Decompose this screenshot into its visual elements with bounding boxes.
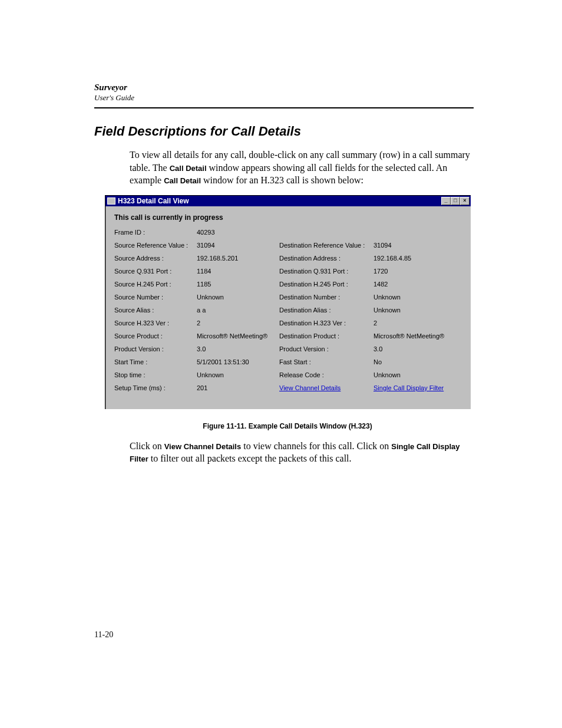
call-detail-window: H323 Detail Call View _ □ × This call is… <box>105 195 471 409</box>
field-label: Destination Address : <box>279 255 373 262</box>
field-label: Destination Q.931 Port : <box>279 268 373 275</box>
field-label: Source H.323 Ver : <box>114 319 197 327</box>
field-value: 192.168.5.201 <box>197 255 279 262</box>
guide-name: User's Guide <box>94 93 474 103</box>
field-value: 1184 <box>197 268 279 275</box>
field-label: Frame ID : <box>114 229 197 236</box>
outro-text-1: Click on <box>130 441 164 451</box>
field-label: Source Alias : <box>114 307 197 314</box>
page: Surveyor User's Guide Field Descriptions… <box>0 0 562 728</box>
field-label: Destination Product : <box>279 332 373 340</box>
field-value: 1720 <box>373 268 462 275</box>
outro-text-2: to view channels for this call. Click on <box>241 441 391 451</box>
field-label <box>279 229 373 236</box>
call-status: This call is currently in progress <box>114 213 462 222</box>
field-value: 3.0 <box>197 345 279 353</box>
product-name: Surveyor <box>94 83 474 93</box>
maximize-button[interactable]: □ <box>451 197 460 205</box>
view-channel-details-link[interactable]: View Channel Details <box>279 384 340 391</box>
window-body: This call is currently in progress Frame… <box>105 206 471 409</box>
field-value: No <box>373 358 462 365</box>
field-label: Destination H.323 Ver : <box>279 319 373 327</box>
field-value: Unknown <box>197 371 279 378</box>
detail-grid: Frame ID :40293Source Reference Value :3… <box>114 229 462 391</box>
field-value: Unknown <box>373 294 462 301</box>
field-label: Source Address : <box>114 255 197 262</box>
field-value: Microsoft® NetMeeting® <box>197 332 279 340</box>
field-value: 1482 <box>373 281 462 288</box>
field-label: Start Time : <box>114 358 197 365</box>
field-label: Source Number : <box>114 294 197 301</box>
field-label: Source Reference Value : <box>114 242 197 249</box>
field-value: Unknown <box>373 307 462 314</box>
minimize-button[interactable]: _ <box>441 197 451 205</box>
outro-paragraph: Click on View Channel Details to view ch… <box>130 440 474 465</box>
field-label: Product Version : <box>279 345 373 353</box>
outro-text-3: to filter out all packets except the pac… <box>148 453 352 463</box>
field-value: 2 <box>373 319 462 327</box>
minimize-icon: _ <box>444 198 447 203</box>
maximize-icon: □ <box>454 198 457 203</box>
field-value: Microsoft® NetMeeting® <box>373 332 462 340</box>
intro-bold-1: Call Detail <box>170 164 207 173</box>
field-value <box>373 229 462 236</box>
figure-caption: Figure 11-11. Example Call Details Windo… <box>105 422 470 430</box>
field-label: Destination Reference Value : <box>279 242 373 249</box>
field-value: 31094 <box>373 242 462 249</box>
field-label: Destination Alias : <box>279 307 373 314</box>
titlebar[interactable]: H323 Detail Call View _ □ × <box>105 196 471 206</box>
window-title: H323 Detail Call View <box>118 197 189 205</box>
field-value: 192.168.4.85 <box>373 255 462 262</box>
page-number: 11-20 <box>94 630 113 640</box>
field-value: 40293 <box>197 229 279 236</box>
field-label: Product Version : <box>114 345 197 353</box>
header-rule <box>94 107 474 108</box>
close-button[interactable]: × <box>460 197 470 205</box>
field-value: 1185 <box>197 281 279 288</box>
field-label: Source H.245 Port : <box>114 281 197 288</box>
field-label: Fast Start : <box>279 358 373 365</box>
field-label: Destination Number : <box>279 294 373 301</box>
field-label: Source Product : <box>114 332 197 340</box>
field-value: a a <box>197 307 279 314</box>
field-value: 5/1/2001 13:51:30 <box>197 358 279 365</box>
field-label: Destination H.245 Port : <box>279 281 373 288</box>
close-icon: × <box>463 198 466 203</box>
outro-bold-1: View Channel Details <box>164 442 242 451</box>
section-title: Field Descriptions for Call Details <box>94 124 474 139</box>
field-label: Stop time : <box>114 371 197 378</box>
field-value: 2 <box>197 319 279 327</box>
field-value: Unknown <box>197 294 279 301</box>
field-label: Release Code : <box>279 371 373 378</box>
field-label: Source Q.931 Port : <box>114 268 197 275</box>
field-value: 31094 <box>197 242 279 249</box>
field-value: 3.0 <box>373 345 462 353</box>
single-call-display-filter-link[interactable]: Single Call Display Filter <box>373 384 444 391</box>
page-header: Surveyor User's Guide <box>94 83 474 103</box>
intro-paragraph: To view all details for any call, double… <box>130 149 474 187</box>
app-icon <box>107 197 115 205</box>
field-value: Unknown <box>373 371 462 378</box>
intro-text-3: window for an H.323 call is shown below: <box>201 175 363 185</box>
field-label: Setup Time (ms) : <box>114 384 197 391</box>
field-value: 201 <box>197 384 279 391</box>
intro-bold-2: Call Detail <box>164 176 201 185</box>
titlebar-left: H323 Detail Call View <box>107 197 189 205</box>
window-controls: _ □ × <box>441 197 470 205</box>
